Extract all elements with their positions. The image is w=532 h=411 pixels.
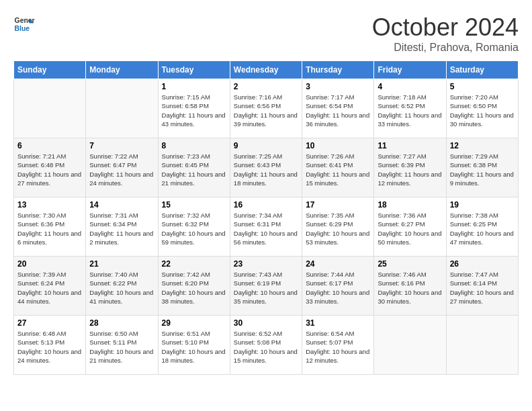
header-row: SundayMondayTuesdayWednesdayThursdayFrid… bbox=[14, 61, 519, 79]
cell-info: Sunrise: 6:54 AMSunset: 5:07 PMDaylight:… bbox=[306, 329, 370, 365]
week-row-5: 27 Sunrise: 6:48 AMSunset: 5:13 PMDaylig… bbox=[14, 316, 519, 375]
day-number: 12 bbox=[450, 141, 515, 150]
day-cell-23: 23 Sunrise: 7:43 AMSunset: 6:19 PMDaylig… bbox=[230, 257, 302, 316]
week-row-2: 6 Sunrise: 7:21 AMSunset: 6:48 PMDayligh… bbox=[14, 138, 519, 197]
logo-icon: General Blue bbox=[13, 13, 35, 35]
cell-info: Sunrise: 7:22 AMSunset: 6:47 PMDaylight:… bbox=[89, 152, 154, 187]
cell-info: Sunrise: 7:29 AMSunset: 6:38 PMDaylight:… bbox=[450, 152, 515, 187]
svg-text:Blue: Blue bbox=[15, 25, 30, 32]
cell-info: Sunrise: 7:46 AMSunset: 6:16 PMDaylight:… bbox=[378, 270, 442, 306]
week-row-4: 20 Sunrise: 7:39 AMSunset: 6:24 PMDaylig… bbox=[14, 257, 519, 316]
cell-info: Sunrise: 7:23 AMSunset: 6:45 PMDaylight:… bbox=[162, 152, 226, 187]
page-header: General Blue October 2024 Ditesti, Praho… bbox=[13, 13, 519, 54]
day-cell-28: 28 Sunrise: 6:50 AMSunset: 5:11 PMDaylig… bbox=[86, 316, 158, 375]
day-number: 22 bbox=[162, 259, 226, 269]
day-cell-11: 11 Sunrise: 7:27 AMSunset: 6:39 PMDaylig… bbox=[374, 138, 446, 197]
cell-info: Sunrise: 7:31 AMSunset: 6:34 PMDaylight:… bbox=[89, 211, 154, 246]
day-cell-empty bbox=[86, 79, 158, 138]
day-number: 6 bbox=[17, 141, 82, 150]
day-cell-27: 27 Sunrise: 6:48 AMSunset: 5:13 PMDaylig… bbox=[14, 316, 86, 375]
day-cell-5: 5 Sunrise: 7:20 AMSunset: 6:50 PMDayligh… bbox=[446, 79, 518, 138]
cell-info: Sunrise: 7:47 AMSunset: 6:14 PMDaylight:… bbox=[450, 270, 515, 306]
cell-info: Sunrise: 6:50 AMSunset: 5:11 PMDaylight:… bbox=[89, 329, 154, 365]
cell-info: Sunrise: 7:35 AMSunset: 6:29 PMDaylight:… bbox=[306, 211, 370, 246]
day-number: 14 bbox=[89, 200, 154, 210]
day-number: 26 bbox=[450, 259, 515, 269]
day-cell-2: 2 Sunrise: 7:16 AMSunset: 6:56 PMDayligh… bbox=[230, 79, 302, 138]
day-number: 30 bbox=[234, 318, 298, 328]
cell-info: Sunrise: 7:40 AMSunset: 6:22 PMDaylight:… bbox=[89, 270, 154, 306]
day-cell-14: 14 Sunrise: 7:31 AMSunset: 6:34 PMDaylig… bbox=[86, 197, 158, 257]
month-title: October 2024 bbox=[372, 13, 519, 42]
day-cell-empty bbox=[374, 316, 446, 375]
col-header-sunday: Sunday bbox=[14, 61, 86, 79]
cell-info: Sunrise: 7:36 AMSunset: 6:27 PMDaylight:… bbox=[378, 211, 442, 246]
day-cell-15: 15 Sunrise: 7:32 AMSunset: 6:32 PMDaylig… bbox=[158, 197, 230, 257]
cell-info: Sunrise: 7:25 AMSunset: 6:43 PMDaylight:… bbox=[234, 152, 298, 187]
day-number: 18 bbox=[378, 200, 442, 210]
col-header-tuesday: Tuesday bbox=[158, 61, 230, 79]
day-number: 31 bbox=[306, 318, 370, 328]
cell-info: Sunrise: 7:17 AMSunset: 6:54 PMDaylight:… bbox=[306, 93, 370, 128]
day-number: 20 bbox=[17, 259, 82, 269]
cell-info: Sunrise: 7:44 AMSunset: 6:17 PMDaylight:… bbox=[306, 270, 370, 306]
cell-info: Sunrise: 7:43 AMSunset: 6:19 PMDaylight:… bbox=[234, 270, 298, 306]
day-cell-3: 3 Sunrise: 7:17 AMSunset: 6:54 PMDayligh… bbox=[302, 79, 374, 138]
day-number: 3 bbox=[306, 82, 370, 91]
day-cell-16: 16 Sunrise: 7:34 AMSunset: 6:31 PMDaylig… bbox=[230, 197, 302, 257]
day-cell-6: 6 Sunrise: 7:21 AMSunset: 6:48 PMDayligh… bbox=[14, 138, 86, 197]
day-cell-8: 8 Sunrise: 7:23 AMSunset: 6:45 PMDayligh… bbox=[158, 138, 230, 197]
day-number: 28 bbox=[89, 318, 154, 328]
day-cell-21: 21 Sunrise: 7:40 AMSunset: 6:22 PMDaylig… bbox=[86, 257, 158, 316]
week-row-1: 1 Sunrise: 7:15 AMSunset: 6:58 PMDayligh… bbox=[14, 79, 519, 138]
day-number: 23 bbox=[234, 259, 298, 269]
day-cell-18: 18 Sunrise: 7:36 AMSunset: 6:27 PMDaylig… bbox=[374, 197, 446, 257]
col-header-friday: Friday bbox=[374, 61, 446, 79]
cell-info: Sunrise: 7:27 AMSunset: 6:39 PMDaylight:… bbox=[378, 152, 442, 187]
cell-info: Sunrise: 7:38 AMSunset: 6:25 PMDaylight:… bbox=[450, 211, 515, 246]
cell-info: Sunrise: 7:18 AMSunset: 6:52 PMDaylight:… bbox=[378, 93, 442, 128]
cell-info: Sunrise: 6:48 AMSunset: 5:13 PMDaylight:… bbox=[17, 329, 82, 365]
day-cell-31: 31 Sunrise: 6:54 AMSunset: 5:07 PMDaylig… bbox=[302, 316, 374, 375]
day-cell-12: 12 Sunrise: 7:29 AMSunset: 6:38 PMDaylig… bbox=[446, 138, 518, 197]
day-number: 17 bbox=[306, 200, 370, 210]
col-header-monday: Monday bbox=[86, 61, 158, 79]
svg-text:General: General bbox=[15, 17, 35, 24]
day-cell-1: 1 Sunrise: 7:15 AMSunset: 6:58 PMDayligh… bbox=[158, 79, 230, 138]
cell-info: Sunrise: 7:15 AMSunset: 6:58 PMDaylight:… bbox=[162, 93, 226, 128]
day-cell-empty bbox=[14, 79, 86, 138]
day-cell-24: 24 Sunrise: 7:44 AMSunset: 6:17 PMDaylig… bbox=[302, 257, 374, 316]
day-number: 7 bbox=[89, 141, 154, 150]
day-cell-13: 13 Sunrise: 7:30 AMSunset: 6:36 PMDaylig… bbox=[14, 197, 86, 257]
day-number: 4 bbox=[378, 82, 442, 91]
col-header-wednesday: Wednesday bbox=[230, 61, 302, 79]
day-cell-9: 9 Sunrise: 7:25 AMSunset: 6:43 PMDayligh… bbox=[230, 138, 302, 197]
day-cell-4: 4 Sunrise: 7:18 AMSunset: 6:52 PMDayligh… bbox=[374, 79, 446, 138]
day-number: 25 bbox=[378, 259, 442, 269]
day-cell-20: 20 Sunrise: 7:39 AMSunset: 6:24 PMDaylig… bbox=[14, 257, 86, 316]
cell-info: Sunrise: 7:30 AMSunset: 6:36 PMDaylight:… bbox=[17, 211, 82, 246]
day-number: 8 bbox=[162, 141, 226, 150]
cell-info: Sunrise: 7:20 AMSunset: 6:50 PMDaylight:… bbox=[450, 93, 515, 128]
week-row-3: 13 Sunrise: 7:30 AMSunset: 6:36 PMDaylig… bbox=[14, 197, 519, 257]
day-number: 27 bbox=[17, 318, 82, 328]
cell-info: Sunrise: 7:16 AMSunset: 6:56 PMDaylight:… bbox=[234, 93, 298, 128]
day-cell-empty bbox=[446, 316, 518, 375]
day-number: 9 bbox=[234, 141, 298, 150]
logo: General Blue bbox=[13, 13, 35, 35]
col-header-thursday: Thursday bbox=[302, 61, 374, 79]
cell-info: Sunrise: 7:32 AMSunset: 6:32 PMDaylight:… bbox=[162, 211, 226, 246]
day-number: 21 bbox=[89, 259, 154, 269]
day-cell-25: 25 Sunrise: 7:46 AMSunset: 6:16 PMDaylig… bbox=[374, 257, 446, 316]
day-cell-29: 29 Sunrise: 6:51 AMSunset: 5:10 PMDaylig… bbox=[158, 316, 230, 375]
day-cell-10: 10 Sunrise: 7:26 AMSunset: 6:41 PMDaylig… bbox=[302, 138, 374, 197]
day-number: 1 bbox=[162, 82, 226, 91]
cell-info: Sunrise: 7:21 AMSunset: 6:48 PMDaylight:… bbox=[17, 152, 82, 187]
cell-info: Sunrise: 6:52 AMSunset: 5:08 PMDaylight:… bbox=[234, 329, 298, 365]
cell-info: Sunrise: 7:26 AMSunset: 6:41 PMDaylight:… bbox=[306, 152, 370, 187]
day-number: 11 bbox=[378, 141, 442, 150]
day-cell-7: 7 Sunrise: 7:22 AMSunset: 6:47 PMDayligh… bbox=[86, 138, 158, 197]
day-number: 29 bbox=[162, 318, 226, 328]
cell-info: Sunrise: 7:42 AMSunset: 6:20 PMDaylight:… bbox=[162, 270, 226, 306]
day-cell-19: 19 Sunrise: 7:38 AMSunset: 6:25 PMDaylig… bbox=[446, 197, 518, 257]
